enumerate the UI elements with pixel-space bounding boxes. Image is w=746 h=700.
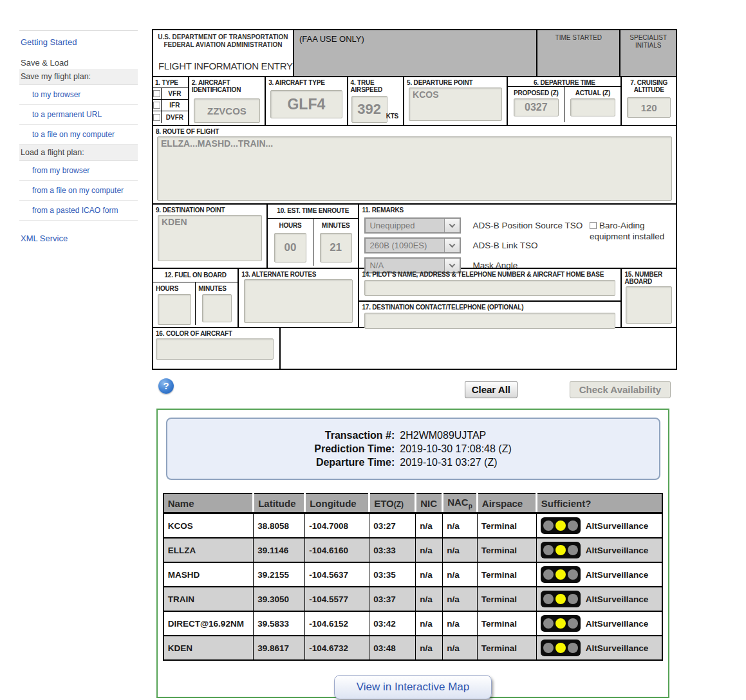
aircraft-id-input[interactable]: ZZVCOS (194, 98, 260, 123)
true-airspeed-input[interactable]: 392 (351, 96, 387, 123)
sidebar-item-save-to-browser[interactable]: to my browser (19, 85, 138, 105)
transaction-summary-box: Transaction #: 2H2WM089UJTAP Prediction … (166, 418, 660, 480)
field-fuel-on-board: 12. FUEL ON BOARD HOURS MINUTES (153, 269, 239, 327)
dropdown-arrow-icon[interactable] (444, 239, 460, 252)
traffic-light-icon (541, 640, 581, 656)
sidebar-section-save-flight-plan: Save my flight plan: (19, 69, 138, 85)
aircraft-id-label2: IDENTIFICATION (192, 86, 241, 93)
fuel-minutes-input[interactable] (202, 294, 232, 322)
adsb-position-source-value: Unequipped (366, 219, 444, 232)
destination-point-input[interactable]: KDEN (158, 215, 262, 261)
departure-time-label: Departure Time: (314, 457, 395, 468)
sidebar-heading-save-load: Save & Load (19, 52, 138, 69)
color-of-aircraft-input[interactable] (156, 338, 274, 360)
type-label: 1. TYPE (153, 77, 188, 88)
field-alternate-routes: 13. ALTERNATE ROUTES (239, 269, 359, 327)
remarks-label: 11. REMARKS (359, 205, 676, 214)
baro-aiding-checkbox[interactable] (590, 222, 597, 229)
alternate-routes-input[interactable] (244, 279, 353, 323)
table-row: KDEN39.8617 -104.673203:48 n/an/a Termin… (163, 636, 663, 660)
view-interactive-map-button[interactable]: View in Interactive Map (334, 675, 492, 699)
proposed-z-label: PROPOSED (Z) (508, 87, 564, 97)
table-row: TRAIN39.3050 -104.557703:37 n/an/a Termi… (163, 587, 663, 611)
number-aboard-label2: ABOARD (624, 278, 652, 285)
header-latitude: Latitude (254, 493, 305, 513)
adsb-position-source-dropdown[interactable]: Unequipped (364, 217, 461, 234)
departure-point-input[interactable]: KCOS (409, 88, 502, 121)
sufficient-label: AltSurveillance (586, 619, 649, 629)
specialist-initials-line1: SPECIALIST (620, 34, 676, 42)
sidebar-item-load-from-icao[interactable]: from a pasted ICAO form (19, 201, 138, 221)
adsb-link-label: ADS-B Link TSO (472, 241, 537, 250)
field-aircraft-identification: 2. AIRCRAFT IDENTIFICATION ZZVCOS (189, 77, 266, 125)
sidebar-item-xml-service[interactable]: XML Service (19, 227, 138, 248)
sidebar-item-getting-started[interactable]: Getting Started (19, 31, 138, 52)
field-route-of-flight: 8. ROUTE OF FLIGHT ELLZA...MASHD...TRAIN… (153, 126, 676, 203)
form-empty-cell (281, 328, 676, 369)
adsb-link-dropdown[interactable]: 260B (1090ES) (364, 237, 461, 253)
enroute-hours-label: HOURS (268, 219, 313, 229)
dvfr-checkbox[interactable] (153, 114, 160, 121)
cruising-altitude-input[interactable]: 120 (627, 97, 671, 118)
specialist-initials-line2: INITIALS (620, 42, 676, 50)
traffic-light-icon (541, 591, 581, 607)
cruising-altitude-label2: ALTITUDE (634, 86, 664, 93)
flight-information-form: U.S. DEPARTMENT OF TRANSPORTATION FEDERA… (152, 29, 677, 370)
field-destination-point: 9. DESTINATION POINT KDEN (153, 205, 268, 268)
header-eto: ETO(Z) (369, 493, 416, 513)
aircraft-type-input[interactable]: GLF4 (270, 90, 342, 118)
aircraft-type-label: 3. AIRCRAFT TYPE (266, 77, 346, 86)
agency-line2: FEDERAL AVIATION ADMINISTRATION (153, 41, 293, 49)
pilot-label: 14. PILOT'S NAME, ADDRESS & TELEPHONE NU… (359, 269, 620, 278)
dvfr-label: DVFR (162, 114, 188, 121)
sidebar-item-load-from-file[interactable]: from a file on my computer (19, 181, 138, 201)
route-input[interactable]: ELLZA...MASHD...TRAIN... (157, 136, 672, 201)
vfr-checkbox[interactable] (153, 90, 160, 97)
pilot-input[interactable] (364, 280, 615, 296)
true-airspeed-label1: 4. TRUE (351, 79, 375, 86)
enroute-minutes-input[interactable]: 21 (320, 233, 352, 262)
clear-all-button[interactable]: Clear All (465, 381, 518, 398)
sufficient-label: AltSurveillance (586, 594, 649, 604)
adsb-link-value: 260B (1090ES) (366, 239, 444, 252)
fuel-hours-input[interactable] (158, 294, 191, 325)
dropdown-arrow-icon[interactable] (444, 219, 460, 232)
number-aboard-input[interactable] (626, 286, 672, 324)
cruising-altitude-label1: 7. CRUISING (630, 79, 667, 86)
proposed-time-input[interactable]: 0327 (514, 98, 559, 116)
traffic-light-icon (541, 517, 581, 534)
table-row: ELLZA39.1146 -104.616003:33 n/an/a Termi… (163, 538, 663, 562)
specialist-initials-cell: SPECIALIST INITIALS (620, 30, 676, 76)
header-airspace: Airspace (477, 493, 536, 513)
field-cruising-altitude: 7. CRUISING ALTITUDE 120 (622, 77, 676, 125)
ifr-checkbox[interactable] (153, 102, 160, 109)
field-type: 1. TYPE VFR IFR DVFR (153, 77, 189, 125)
header-nacp: NACp (443, 493, 478, 513)
kts-label: KTS (384, 111, 401, 120)
sidebar-item-save-to-url[interactable]: to a permanent URL (19, 105, 138, 125)
faa-use-only-cell: (FAA USE ONLY) (294, 30, 537, 76)
sufficient-label: AltSurveillance (586, 546, 649, 555)
field-aircraft-type: 3. AIRCRAFT TYPE GLF4 (266, 77, 348, 125)
fuel-minutes-label: MINUTES (196, 282, 238, 292)
actual-time-input[interactable] (570, 98, 615, 116)
field-pilot-and-contact: 14. PILOT'S NAME, ADDRESS & TELEPHONE NU… (359, 269, 622, 327)
field-true-airspeed: 4. TRUE AIRSPEED 392 KTS (348, 77, 405, 125)
baro-aiding-label: Baro-Aiding equipment installed (590, 221, 664, 241)
table-row: DIRECT@16.92NM39.5833 -104.615203:42 n/a… (163, 611, 663, 636)
prediction-results-table: Name Latitude Longitude ETO(Z) NIC NACp … (163, 493, 664, 661)
enroute-hours-input[interactable]: 00 (274, 233, 306, 262)
color-of-aircraft-label: 16. COLOR OF AIRCRAFT (153, 328, 279, 337)
time-started-cell: TIME STARTED (537, 30, 620, 76)
table-row: MASHD39.2155 -104.563703:35 n/an/a Termi… (163, 562, 663, 587)
actual-z-label: ACTUAL (Z) (564, 87, 620, 97)
check-availability-button[interactable]: Check Availability (570, 381, 671, 398)
traffic-light-icon (541, 542, 581, 558)
sidebar-item-save-to-file[interactable]: to a file on my computer (19, 125, 138, 145)
destination-point-label: 9. DESTINATION POINT (153, 205, 266, 214)
destination-contact-input[interactable] (364, 313, 615, 329)
departure-time-label: 6. DEPARTURE TIME (508, 77, 620, 87)
number-aboard-label1: 15. NUMBER (624, 271, 662, 278)
help-icon[interactable]: ? (158, 378, 174, 394)
sidebar-item-load-from-browser[interactable]: from my browser (19, 161, 138, 181)
